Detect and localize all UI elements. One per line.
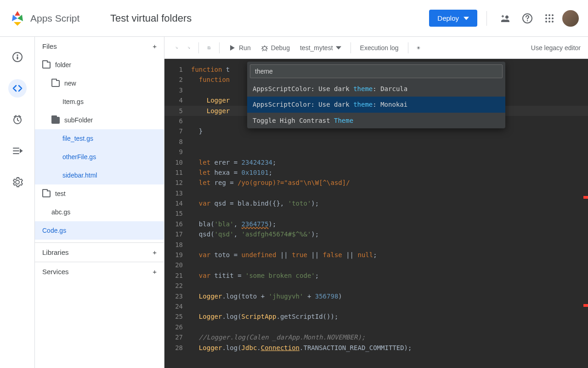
add-service-button[interactable]: + — [153, 268, 157, 275]
services-label: Services — [42, 268, 69, 276]
item-label: folder — [55, 61, 71, 69]
redo-icon[interactable] — [184, 43, 193, 52]
folder-icon — [51, 117, 60, 124]
divider — [351, 42, 351, 53]
folder-icon — [42, 62, 51, 69]
command-palette: AppsScriptColor: Use dark theme: Darcula… — [247, 62, 505, 128]
appearance-icon[interactable] — [414, 43, 423, 52]
files-sidebar: Files + foldernewItem.gssubFolderfile_te… — [35, 37, 164, 368]
folder-row[interactable]: test — [35, 184, 164, 203]
item-label: file_test.gs — [62, 135, 93, 142]
folder-icon — [51, 80, 60, 87]
rail-triggers[interactable] — [8, 110, 27, 129]
function-name: test_mytest — [300, 44, 333, 52]
use-legacy-editor-link[interactable]: Use legacy editor — [531, 44, 581, 52]
command-palette-item[interactable]: AppsScriptColor: Use dark theme: Monokai — [247, 97, 505, 112]
svg-point-6 — [548, 17, 550, 19]
product-name: Apps Script — [30, 13, 79, 24]
svg-rect-13 — [17, 57, 18, 59]
file-row[interactable]: abc.gs — [35, 203, 164, 221]
svg-point-2 — [545, 14, 547, 16]
divider — [198, 42, 199, 53]
execution-log-button[interactable]: Execution log — [356, 41, 402, 54]
rail-editor[interactable] — [8, 79, 27, 98]
divider — [219, 42, 220, 53]
file-row[interactable]: otherFile.gs — [35, 148, 164, 166]
save-icon[interactable] — [204, 43, 214, 52]
svg-point-7 — [552, 17, 554, 19]
svg-point-10 — [552, 21, 554, 23]
folder-row[interactable]: new — [35, 74, 164, 92]
run-label: Run — [239, 44, 251, 52]
help-icon[interactable] — [518, 9, 537, 28]
play-icon — [229, 44, 236, 52]
divider — [486, 11, 487, 26]
folder-row[interactable]: subFolder — [35, 111, 164, 129]
files-label: Files — [42, 42, 57, 50]
svg-point-1 — [527, 20, 528, 21]
svg-point-15 — [263, 46, 266, 50]
project-title[interactable]: Test virtual folders — [110, 12, 429, 24]
svg-point-4 — [552, 14, 554, 16]
share-icon[interactable] — [496, 9, 514, 28]
file-row[interactable]: Code.gs — [35, 221, 164, 240]
file-row[interactable]: Item.gs — [35, 92, 164, 111]
svg-point-8 — [545, 21, 547, 23]
user-avatar[interactable] — [562, 10, 579, 27]
error-marker[interactable] — [583, 304, 588, 307]
bug-icon — [261, 44, 268, 52]
item-label: abc.gs — [51, 208, 70, 216]
services-header: Services + — [35, 262, 164, 281]
files-header: Files + — [35, 37, 164, 56]
run-button[interactable]: Run — [225, 41, 254, 54]
add-file-button[interactable]: + — [153, 43, 157, 50]
item-label: subFolder — [64, 116, 93, 124]
apps-script-logo-icon — [9, 10, 26, 27]
divider — [408, 42, 408, 53]
code-editor[interactable]: 1234567891011121314151617181920212223242… — [164, 59, 588, 368]
command-palette-list: AppsScriptColor: Use dark theme: Darcula… — [247, 81, 505, 128]
line-gutter: 1234567891011121314151617181920212223242… — [164, 64, 191, 353]
folder-icon — [42, 190, 51, 197]
execution-log-label: Execution log — [360, 44, 399, 52]
function-selector[interactable]: test_mytest — [296, 41, 345, 54]
debug-label: Debug — [271, 44, 290, 52]
command-palette-item[interactable]: AppsScriptColor: Use dark theme: Darcula — [247, 81, 505, 97]
debug-button[interactable]: Debug — [257, 41, 294, 54]
chevron-down-icon — [464, 16, 469, 21]
item-label: sidebar.html — [62, 172, 97, 179]
svg-point-3 — [548, 14, 550, 16]
libraries-label: Libraries — [42, 248, 69, 256]
rail-settings[interactable] — [8, 173, 27, 191]
apps-grid-icon[interactable] — [540, 9, 559, 28]
svg-point-16 — [418, 47, 419, 48]
item-label: test — [55, 190, 66, 197]
item-label: Item.gs — [62, 98, 84, 105]
undo-icon[interactable] — [172, 43, 181, 52]
file-row[interactable]: file_test.gs — [35, 129, 164, 148]
error-marker[interactable] — [583, 196, 588, 199]
libraries-header: Libraries + — [35, 242, 164, 262]
add-library-button[interactable]: + — [153, 249, 157, 256]
rail-overview[interactable] — [8, 48, 27, 66]
editor-toolbar: Run Debug test_mytest Execution log Use … — [164, 37, 588, 59]
svg-point-12 — [17, 55, 17, 56]
item-label: Code.gs — [42, 227, 66, 234]
deploy-button[interactable]: Deploy — [429, 10, 477, 27]
folder-row[interactable]: folder — [35, 56, 164, 74]
item-label: new — [64, 80, 76, 87]
left-rail — [0, 37, 35, 368]
chevron-down-icon — [336, 45, 341, 51]
item-label: otherFile.gs — [62, 153, 96, 161]
svg-point-5 — [545, 17, 547, 19]
file-row[interactable]: sidebar.html — [35, 166, 164, 184]
command-palette-item[interactable]: Toggle High Contrast Theme — [247, 113, 505, 128]
deploy-label: Deploy — [437, 14, 459, 22]
files-tree: foldernewItem.gssubFolderfile_test.gsoth… — [35, 56, 164, 242]
rail-executions[interactable] — [8, 142, 27, 160]
svg-point-9 — [548, 21, 550, 23]
command-palette-input[interactable] — [250, 64, 503, 78]
